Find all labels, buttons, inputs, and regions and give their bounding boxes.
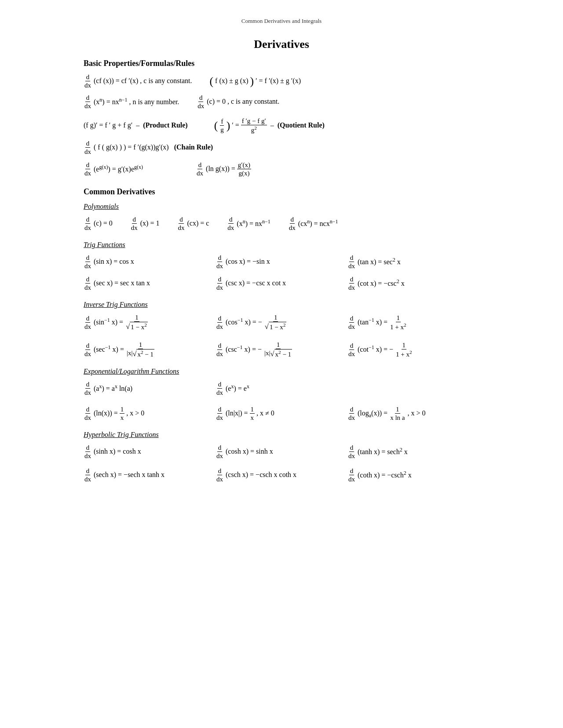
inv-sec: ddx (sec−1 x) = 1 |x| √ x2 − 1 [84,341,216,358]
csch-deriv: ddx (csch x) = −csch x coth x [216,467,347,483]
ex-deriv: ddx (ex) = ex [216,380,347,397]
poly1: ddx (c) = 0 [84,215,113,232]
trig-title: Trig Functions [84,241,479,249]
trig-sin: ddx (sin x) = cos x [84,254,216,270]
exp-log-title: Exponential/Logarithm Functions [84,368,479,375]
page-header: Common Derivatives and Integrals [84,18,479,25]
basic-formula1: d dx (cf (x)) = cf ′(x) , c is any const… [84,73,192,89]
page: Common Derivatives and Integrals Derivat… [84,0,479,520]
log-a-x-deriv: ddx (loga(x)) = 1 x ln a , x > 0 [347,405,479,422]
poly-row1: ddx (c) = 0 ddx (x) = 1 ddx (cx) = c ddx… [84,214,479,233]
inv-sin: ddx (sin−1 x) = 1 √ 1 − x2 [84,313,216,331]
inv-csc: ddx (csc−1 x) = − 1 |x| √ x2 − 1 [216,341,347,358]
basic-formula3: d dx (xn) = nxn−1 , n is any number. [84,94,179,110]
inv-tan: ddx (tan−1 x) = 1 1 + x2 [347,313,479,331]
poly5: ddx (cxn) = ncxn−1 [288,215,338,232]
tanh-deriv: ddx (tanh x) = sech2 x [347,444,479,460]
poly4: ddx (xn) = nxn−1 [227,215,270,232]
ln-x-deriv: ddx (ln(x)) = 1 x , x > 0 [84,405,216,422]
exp-log-grid: ddx (ax) = ax ln(a) ddx (ex) = ex ddx (l… [84,379,479,423]
basic-row4: d dx ( f ( g(x) ) ) = f ′(g(x))g′(x) (Ch… [84,138,479,157]
trig-cos: ddx (cos x) = −sin x [216,254,347,270]
poly2: ddx (x) = 1 [130,215,160,232]
cosh-deriv: ddx (cosh x) = sinh x [216,444,347,460]
trig-sec: ddx (sec x) = sec x tan x [84,275,216,291]
chain-rule: d dx ( f ( g(x) ) ) = f ′(g(x))g′(x) (Ch… [84,139,213,156]
ax-deriv: ddx (ax) = ax ln(a) [84,380,216,397]
inv-trig-grid: ddx (sin−1 x) = 1 √ 1 − x2 ddx (cos−1 x)… [84,312,479,360]
basic-row3: (f g)′ = f ′ g + f g′ – (Product Rule) (… [84,116,479,135]
basic-formula4: d dx (c) = 0 , c is any constant. [197,94,279,110]
quotient-rule: ( f g ) ′ = f ′g − f g′ g2 – (Quotient R… [214,117,325,134]
trig-tan: ddx (tan x) = sec2 x [347,254,479,270]
cf-formula: (cf (x)) = cf ′(x) , c is any constant. [94,74,192,87]
hyp-trig-title: Hyperbolic Trig Functions [84,431,479,439]
poly3: ddx (cx) = c [177,215,209,232]
deriv-frac1: d dx [84,73,92,89]
polynomials-title: Polynomials [84,203,479,211]
trig-cot: ddx (cot x) = −csc2 x [347,275,479,291]
basic-section: Basic Properties/Formulas/Rules d dx (cf… [84,59,479,178]
trig-grid: ddx (sin x) = cos x ddx (cos x) = −sin x… [84,252,479,293]
basic-row5: d dx (eg(x)) = g′(x)eg(x) d dx (ln g(x))… [84,160,479,178]
sinh-deriv: ddx (sinh x) = cosh x [84,444,216,460]
basic-title: Basic Properties/Formulas/Rules [84,59,479,68]
trig-csc: ddx (csc x) = −csc x cot x [216,275,347,291]
hyp-trig-grid: ddx (sinh x) = cosh x ddx (cosh x) = sin… [84,442,479,484]
inv-cot: ddx (cot−1 x) = − 1 1 + x2 [347,341,479,358]
ln-abs-x-deriv: ddx (ln|x|) = 1 x , x ≠ 0 [216,405,347,422]
header-title: Common Derivatives and Integrals [241,18,322,24]
basic-formula2: ( f (x) ± g (x) ) ′ = f ′(x) ± g ′(x) [210,74,301,87]
inv-trig-title: Inverse Trig Functions [84,301,479,309]
basic-row2: d dx (xn) = nxn−1 , n is any number. d d… [84,92,479,111]
sech-deriv: ddx (sech x) = −sech x tanh x [84,467,216,483]
common-section: Common Derivatives Polynomials ddx (c) =… [84,187,479,484]
ln-deriv: d dx (ln g(x)) = g′(x) g(x) [196,161,251,177]
common-title: Common Derivatives [84,187,479,197]
coth-deriv: ddx (coth x) = −csch2 x [347,467,479,483]
inv-cos: ddx (cos−1 x) = − 1 √ 1 − x2 [216,313,347,331]
product-rule: (f g)′ = f ′ g + f g′ – (Product Rule) [84,119,188,132]
main-title-text: Derivatives [254,38,309,51]
basic-row1: d dx (cf (x)) = cf ′(x) , c is any const… [84,72,479,91]
main-title: Derivatives [84,38,479,51]
exp-deriv: d dx (eg(x)) = g′(x)eg(x) [84,161,143,177]
